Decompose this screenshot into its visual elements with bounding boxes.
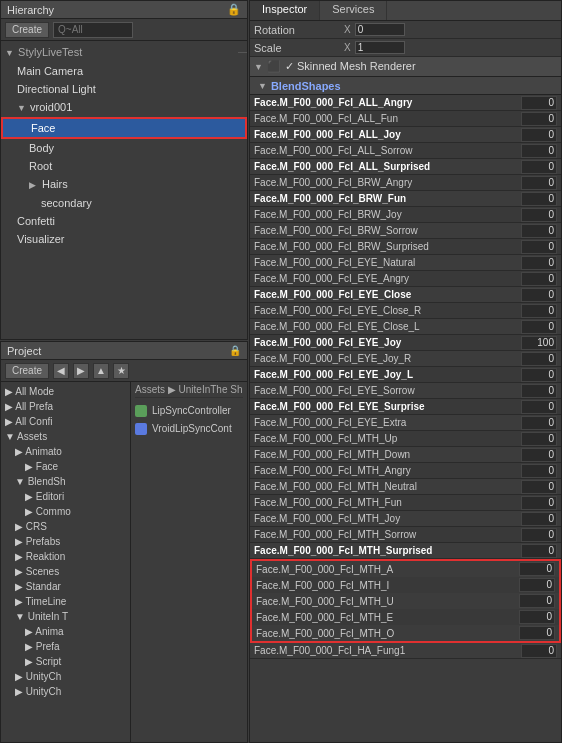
blend-shape-name: Face.M_F00_000_FcI_EYE_Joy (254, 337, 521, 348)
blend-shape-value-input[interactable] (521, 644, 557, 658)
blend-shape-value-input[interactable] (521, 128, 557, 142)
blend-shape-value-input[interactable] (521, 224, 557, 238)
blend-shape-value-input[interactable] (521, 112, 557, 126)
blend-shape-value-input[interactable] (521, 432, 557, 446)
blend-shape-value-input[interactable] (521, 272, 557, 286)
tree-item-root[interactable]: Root (1, 157, 247, 175)
vroid001-arrow: ▼ (17, 100, 27, 116)
project-toolbar: Create ◀ ▶ ▲ ★ (1, 360, 247, 382)
project-left-item[interactable]: ▶ Standar (1, 579, 130, 594)
project-left-item[interactable]: ▶ UnityCh (1, 684, 130, 699)
blend-shape-row: Face.M_F00_000_FcI_MTH_I (252, 577, 559, 593)
project-left-item[interactable]: ▶ Prefa (1, 639, 130, 654)
blend-shape-value-input[interactable] (519, 610, 555, 624)
tree-item-hairs[interactable]: ▶ Hairs (1, 175, 247, 194)
blend-shape-value-input[interactable] (521, 416, 557, 430)
blend-shape-value-input[interactable] (521, 464, 557, 478)
blend-shape-value-input[interactable] (521, 336, 557, 350)
blend-shape-name: Face.M_F00_000_FcI_BRW_Fun (254, 193, 521, 204)
tree-item-main-camera[interactable]: Main Camera (1, 62, 247, 80)
project-back-button[interactable]: ◀ (53, 363, 69, 379)
blend-shape-value-input[interactable] (521, 528, 557, 542)
tree-item-secondary[interactable]: secondary (1, 194, 247, 212)
blend-shape-value-input[interactable] (521, 176, 557, 190)
scale-label: Scale (254, 42, 344, 54)
project-left-item[interactable]: ▶ Face (1, 459, 130, 474)
blend-shape-value-input[interactable] (521, 368, 557, 382)
project-left-item[interactable]: ▶ Anima (1, 624, 130, 639)
skinned-mesh-renderer-header[interactable]: ▼ ⬛ ✓ Skinned Mesh Renderer (250, 57, 561, 77)
blend-shape-value-input[interactable] (521, 304, 557, 318)
hierarchy-search-input[interactable] (53, 22, 133, 38)
project-up-button[interactable]: ▲ (93, 363, 109, 379)
blend-shape-value-input[interactable] (519, 626, 555, 640)
blend-shape-value-input[interactable] (521, 96, 557, 110)
tree-item-directional-light[interactable]: Directional Light (1, 80, 247, 98)
blend-shape-value-input[interactable] (521, 352, 557, 366)
blend-shape-row: Face.M_F00_000_FcI_EYE_Close_R (250, 303, 561, 319)
project-left-item[interactable]: ▶ All Confi (1, 414, 130, 429)
project-left-item[interactable]: ▶ Prefabs (1, 534, 130, 549)
blend-shape-value-input[interactable] (521, 480, 557, 494)
project-star-button[interactable]: ★ (113, 363, 129, 379)
blend-shape-value-input[interactable] (521, 496, 557, 510)
blend-shape-value-input[interactable] (519, 562, 555, 576)
project-left-item[interactable]: ▼ Assets (1, 429, 130, 444)
blend-shape-value-input[interactable] (521, 384, 557, 398)
blend-shape-row: Face.M_F00_000_FcI_HA_Fung1 (250, 643, 561, 659)
blend-shapes-header[interactable]: ▼ BlendShapes (250, 77, 561, 95)
blend-shape-value-input[interactable] (521, 240, 557, 254)
project-left-item[interactable]: ▶ Editori (1, 489, 130, 504)
project-left-item[interactable]: ▶ Commo (1, 504, 130, 519)
blend-shape-value-input[interactable] (521, 320, 557, 334)
project-left-item[interactable]: ▼ BlendSh (1, 474, 130, 489)
blend-shape-value-input[interactable] (521, 256, 557, 270)
hierarchy-scene-item[interactable]: ▼ StylyLiveTest — (1, 43, 247, 62)
project-left-item[interactable]: ▶ Animato (1, 444, 130, 459)
blend-shape-name: Face.M_F00_000_FcI_MTH_Sorrow (254, 529, 521, 540)
blend-shape-value-input[interactable] (521, 144, 557, 158)
hierarchy-lock-icon: 🔒 (227, 3, 241, 16)
project-left-item[interactable]: ▶ CRS (1, 519, 130, 534)
project-left-item[interactable]: ▼ UniteIn T (1, 609, 130, 624)
mesh-renderer-icon: ⬛ (267, 60, 281, 73)
tree-item-confetti[interactable]: Confetti (1, 212, 247, 230)
blend-shape-value-input[interactable] (521, 192, 557, 206)
tree-item-body[interactable]: Body (1, 139, 247, 157)
blend-shape-name: Face.M_F00_000_FcI_MTH_I (256, 580, 519, 591)
project-left-item[interactable]: ▶ All Mode (1, 384, 130, 399)
blend-shape-value-input[interactable] (521, 512, 557, 526)
tab-inspector[interactable]: Inspector (250, 1, 320, 20)
blend-shape-row: Face.M_F00_000_FcI_ALL_Fun (250, 111, 561, 127)
project-left-item[interactable]: ▶ TimeLine (1, 594, 130, 609)
project-left-item[interactable]: ▶ Scenes (1, 564, 130, 579)
tree-item-visualizer[interactable]: Visualizer (1, 230, 247, 248)
hairs-arrow: ▶ (29, 177, 39, 193)
tree-item-vroid001[interactable]: ▼ vroid001 (1, 98, 247, 117)
blend-shape-value-input[interactable] (521, 208, 557, 222)
rotation-x-input[interactable] (355, 23, 405, 36)
project-right-item[interactable]: VroidLipSyncCont (135, 420, 243, 438)
project-right-item[interactable]: LipSyncController (135, 402, 243, 420)
project-left-item[interactable]: ▶ UnityCh (1, 669, 130, 684)
tree-item-face[interactable]: Face (1, 117, 247, 139)
blend-shape-value-input[interactable] (521, 288, 557, 302)
blend-shape-value-input[interactable] (519, 594, 555, 608)
blend-shape-value-input[interactable] (519, 578, 555, 592)
blend-shape-row: Face.M_F00_000_FcI_EYE_Angry (250, 271, 561, 287)
project-left-item[interactable]: ▶ Script (1, 654, 130, 669)
project-lock-icon: 🔒 (229, 345, 241, 356)
project-left-item[interactable]: ▶ All Prefa (1, 399, 130, 414)
blend-shape-value-input[interactable] (521, 400, 557, 414)
project-left-item[interactable]: ▶ Reaktion (1, 549, 130, 564)
blend-shape-row: Face.M_F00_000_FcI_EYE_Extra (250, 415, 561, 431)
blend-shape-value-input[interactable] (521, 544, 557, 558)
project-create-button[interactable]: Create (5, 363, 49, 379)
hierarchy-create-button[interactable]: Create (5, 22, 49, 38)
scale-x-input[interactable] (355, 41, 405, 54)
tab-services[interactable]: Services (320, 1, 387, 20)
project-forward-button[interactable]: ▶ (73, 363, 89, 379)
blend-shape-value-input[interactable] (521, 160, 557, 174)
blend-shape-name: Face.M_F00_000_FcI_BRW_Joy (254, 209, 521, 220)
blend-shape-value-input[interactable] (521, 448, 557, 462)
